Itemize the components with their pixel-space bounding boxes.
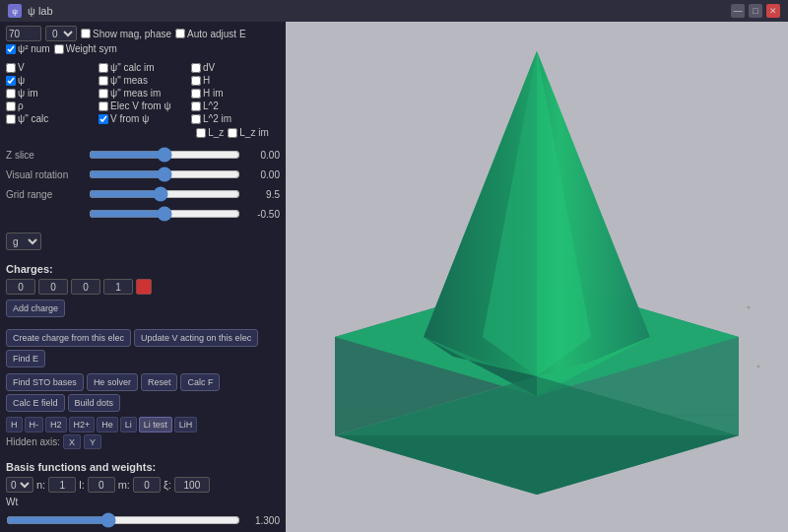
- mode-dropdown[interactable]: 012: [45, 26, 77, 41]
- z-slice-label: Z slice: [6, 150, 85, 161]
- cb-H[interactable]: H: [191, 75, 280, 86]
- z-slice-value: 0.00: [244, 150, 280, 161]
- wt-label: Wt: [6, 497, 280, 507]
- charge-input-3[interactable]: [71, 279, 100, 295]
- cb-rho[interactable]: ρ: [6, 100, 95, 111]
- unknown-slider[interactable]: [89, 207, 240, 221]
- mol-He[interactable]: He: [97, 417, 118, 432]
- l-input[interactable]: [88, 477, 115, 493]
- basis-functions-label: Basis functions and weights:: [6, 461, 280, 473]
- axis-Y-button[interactable]: Y: [84, 434, 101, 449]
- charges-label: Charges:: [6, 263, 280, 275]
- lz-row: L_z L_z im: [6, 127, 280, 138]
- cb-psi-calc-im[interactable]: ψ" calc im: [98, 62, 187, 73]
- show-mag-phase-cb[interactable]: Show mag, phase: [81, 29, 171, 39]
- visual-rotation-value: 0.00: [244, 169, 280, 180]
- maximize-button[interactable]: □: [749, 4, 762, 18]
- titlebar-controls: — □ ✕: [731, 4, 780, 18]
- visual-rotation-label: Visual rotation: [6, 169, 85, 180]
- cb-Lz-im[interactable]: L_z im: [228, 127, 268, 138]
- right-panel: [286, 22, 788, 532]
- mol-H2-pos[interactable]: H2+: [69, 417, 96, 432]
- weight-sym-cb[interactable]: Weight sym: [54, 43, 117, 54]
- molecule-buttons-row: H H- H2 H2+ He Li Li test LiH Hidden axi…: [6, 417, 280, 449]
- hidden-axis-row: Hidden axis: X Y: [6, 434, 101, 449]
- cb-H-im[interactable]: H im: [191, 88, 280, 99]
- auto-adjust-e-cb[interactable]: Auto adjust E: [175, 29, 245, 39]
- wt-value: 1.300: [244, 515, 280, 526]
- mol-H2[interactable]: H2: [45, 417, 67, 432]
- titlebar-title: ψ lab: [28, 5, 53, 17]
- minimize-button[interactable]: —: [731, 4, 745, 18]
- charge-input-1[interactable]: [6, 279, 35, 295]
- find-e-button[interactable]: Find E: [6, 350, 45, 367]
- cb-psi-calc[interactable]: ψ" calc: [6, 113, 95, 124]
- mol-Li[interactable]: Li: [120, 417, 137, 432]
- build-dots-button[interactable]: Build dots: [68, 394, 121, 412]
- close-button[interactable]: ✕: [766, 4, 780, 18]
- titlebar-left: ψ ψ lab: [8, 4, 53, 18]
- cb-psi-meas-im[interactable]: ψ" meas im: [98, 88, 187, 99]
- svg-point-15: [748, 306, 751, 309]
- z-slice-row: Z slice 0.00: [6, 148, 280, 162]
- cb-dV[interactable]: dV: [191, 62, 280, 73]
- cb-L2-im[interactable]: L^2 im: [191, 113, 280, 124]
- he-solver-button[interactable]: He solver: [87, 373, 138, 391]
- z-slice-slider[interactable]: [89, 148, 240, 162]
- add-charge-button[interactable]: Add charge: [6, 299, 65, 317]
- xi-label: ξ:: [164, 479, 171, 491]
- update-v-button[interactable]: Update V acting on this elec: [134, 329, 258, 347]
- axis-X-button[interactable]: X: [63, 434, 81, 449]
- charge-color-swatch[interactable]: [136, 279, 152, 295]
- n-label: n:: [36, 479, 45, 491]
- find-sto-button[interactable]: Find STO bases: [6, 373, 84, 391]
- mol-H[interactable]: H: [6, 417, 23, 432]
- app-icon: ψ: [8, 4, 22, 18]
- psi-num-cb[interactable]: ψ² num: [6, 43, 50, 54]
- hidden-axis-label: Hidden axis:: [6, 436, 60, 447]
- add-charge-row: Add charge: [6, 299, 280, 317]
- charge-input-4[interactable]: [103, 279, 133, 295]
- grid-range-slider[interactable]: [89, 187, 240, 201]
- cb-psi-im[interactable]: ψ im: [6, 88, 95, 99]
- basis-functions-row: 01 n: l: m: ξ:: [6, 477, 280, 493]
- create-charge-button[interactable]: Create charge from this elec: [6, 329, 131, 347]
- checkbox-grid: V ψ" calc im dV ψ ψ" meas H ψ im ψ" meas…: [6, 62, 280, 124]
- cb-v-from-psi[interactable]: V from ψ: [98, 113, 187, 124]
- cb-elec-v[interactable]: Elec V from ψ: [98, 100, 187, 111]
- cb-psi-meas[interactable]: ψ" meas: [98, 75, 187, 86]
- titlebar: ψ ψ lab — □ ✕: [0, 0, 788, 22]
- left-panel: 012 Show mag, phase Auto adjust E ψ² num…: [0, 22, 286, 532]
- basis-index-dropdown[interactable]: 01: [6, 477, 33, 493]
- action-buttons-row2: Find STO bases He solver Reset Calc F Ca…: [6, 373, 280, 412]
- toolbar-row-2: ψ² num Weight sym: [6, 43, 280, 54]
- mol-LiH[interactable]: LiH: [174, 417, 198, 432]
- charges-inputs: [6, 279, 280, 295]
- n-input[interactable]: [48, 477, 76, 493]
- cb-V[interactable]: V: [6, 62, 95, 73]
- visual-rotation-row: Visual rotation 0.00: [6, 167, 280, 181]
- mol-H-neg[interactable]: H-: [25, 417, 44, 432]
- calc-e-field-button[interactable]: Calc E field: [6, 394, 65, 412]
- zoom-input[interactable]: [6, 26, 41, 41]
- toolbar-row-1: 012 Show mag, phase Auto adjust E: [6, 26, 280, 41]
- reset-button[interactable]: Reset: [141, 373, 178, 391]
- mol-Li-test[interactable]: Li test: [139, 417, 172, 432]
- cb-psi[interactable]: ψ: [6, 75, 95, 86]
- wt-slider[interactable]: [6, 513, 240, 527]
- unknown-slider-row: -0.50: [6, 207, 280, 221]
- g-dropdown[interactable]: g: [6, 233, 41, 250]
- wt-slider-row: 1.300: [6, 513, 280, 527]
- svg-point-16: [757, 366, 760, 368]
- cb-Lz[interactable]: L_z: [196, 127, 224, 138]
- calc-f-button[interactable]: Calc F: [180, 373, 220, 391]
- xi-input[interactable]: [174, 477, 210, 493]
- charge-input-2[interactable]: [38, 279, 68, 295]
- m-input[interactable]: [133, 477, 161, 493]
- g-row: g: [6, 233, 280, 250]
- unknown-slider-value: -0.50: [244, 209, 280, 220]
- m-label: m:: [118, 479, 130, 491]
- visual-rotation-slider[interactable]: [89, 167, 240, 181]
- action-buttons-row1: Create charge from this elec Update V ac…: [6, 329, 280, 367]
- cb-L2[interactable]: L^2: [191, 100, 280, 111]
